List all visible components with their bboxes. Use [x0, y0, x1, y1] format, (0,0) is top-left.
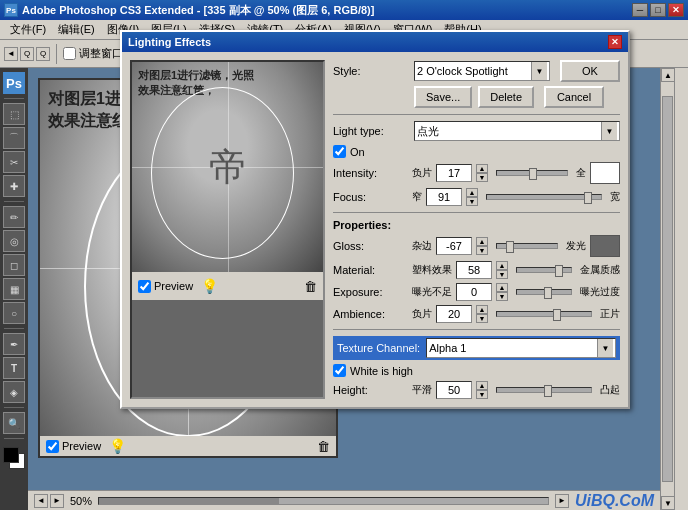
- height-thumb[interactable]: [544, 385, 552, 397]
- close-button[interactable]: ✕: [668, 3, 684, 17]
- ambience-spin-up[interactable]: ▲: [476, 305, 488, 314]
- trash-icon[interactable]: 🗑: [317, 439, 330, 454]
- scroll-right-btn[interactable]: ►: [50, 494, 64, 508]
- selection-tool[interactable]: ⬚: [3, 103, 25, 125]
- material-input[interactable]: [456, 261, 492, 279]
- ambience-input[interactable]: [436, 305, 472, 323]
- gloss-slider[interactable]: [496, 243, 558, 249]
- foreground-color-swatch[interactable]: [3, 447, 19, 463]
- gloss-spin-up[interactable]: ▲: [476, 237, 488, 246]
- material-slider[interactable]: [516, 267, 572, 273]
- text-tool[interactable]: T: [3, 357, 25, 379]
- lighting-effects-dialog[interactable]: Lighting Effects ✕ 对图层1进行滤镜，光照 效果注意红筐， 帝: [120, 30, 630, 409]
- height-slider[interactable]: [496, 387, 592, 393]
- on-row: On: [333, 145, 620, 158]
- preview-label-row[interactable]: Preview: [46, 440, 101, 453]
- gloss-thumb[interactable]: [506, 241, 514, 253]
- intensity-spinbox: ▲ ▼: [476, 164, 488, 182]
- material-spin-down[interactable]: ▼: [496, 270, 508, 279]
- scroll-track[interactable]: [98, 497, 549, 505]
- path-tool[interactable]: ◈: [3, 381, 25, 403]
- height-spin-up[interactable]: ▲: [476, 381, 488, 390]
- ok-button[interactable]: OK: [560, 60, 620, 82]
- ambience-slider[interactable]: [496, 311, 592, 317]
- on-checkbox[interactable]: [333, 145, 346, 158]
- divider-3: [333, 329, 620, 330]
- light-type-dropdown-arrow[interactable]: ▼: [601, 122, 617, 140]
- lasso-tool[interactable]: ⌒: [3, 127, 25, 149]
- preview-chinese-char: 帝: [209, 142, 247, 193]
- gloss-neg: 杂边: [412, 239, 432, 253]
- delete-button[interactable]: Delete: [478, 86, 534, 108]
- intensity-slider[interactable]: [496, 170, 568, 176]
- gradient-tool[interactable]: ▦: [3, 278, 25, 300]
- scroll-up-btn[interactable]: ▲: [661, 68, 675, 82]
- height-label: Height:: [333, 384, 408, 396]
- texture-channel-dropdown[interactable]: Alpha 1 ▼: [426, 338, 616, 358]
- height-spin-down[interactable]: ▼: [476, 390, 488, 399]
- exposure-slider[interactable]: [516, 289, 572, 295]
- pen-tool[interactable]: ✒: [3, 333, 25, 355]
- preview-image: 对图层1进行滤镜，光照 效果注意红筐， 帝: [132, 62, 323, 272]
- preview-checkbox[interactable]: [46, 440, 59, 453]
- dialog-trash-icon[interactable]: 🗑: [304, 279, 317, 294]
- ambience-thumb[interactable]: [553, 309, 561, 321]
- gloss-color-box[interactable]: [590, 235, 620, 257]
- gloss-input[interactable]: [436, 237, 472, 255]
- scroll-right-btn-2[interactable]: ►: [555, 494, 569, 508]
- focus-slider[interactable]: [486, 194, 602, 200]
- focus-spin-down[interactable]: ▼: [466, 197, 478, 206]
- exposure-thumb[interactable]: [544, 287, 552, 299]
- minimize-button[interactable]: ─: [632, 3, 648, 17]
- zoom-in-btn[interactable]: Q: [20, 47, 34, 61]
- white-is-high-checkbox[interactable]: [333, 364, 346, 377]
- save-button[interactable]: Save...: [414, 86, 472, 108]
- dialog-body: 对图层1进行滤镜，光照 效果注意红筐， 帝 Preview 💡 🗑: [122, 52, 628, 407]
- menu-edit[interactable]: 编辑(E): [52, 20, 101, 39]
- focus-spin-up[interactable]: ▲: [466, 188, 478, 197]
- material-spin-up[interactable]: ▲: [496, 261, 508, 270]
- menu-file[interactable]: 文件(F): [4, 20, 52, 39]
- style-dropdown-arrow[interactable]: ▼: [531, 62, 547, 80]
- intensity-thumb[interactable]: [529, 168, 537, 180]
- material-thumb[interactable]: [555, 265, 563, 277]
- scroll-down-btn[interactable]: ▼: [661, 496, 675, 510]
- dialog-close-button[interactable]: ✕: [608, 35, 622, 49]
- style-dropdown[interactable]: 2 O'clock Spotlight ▼: [414, 61, 550, 81]
- gloss-spinbox: ▲ ▼: [476, 237, 488, 255]
- scroll-left-btn[interactable]: ◄: [34, 494, 48, 508]
- maximize-button[interactable]: □: [650, 3, 666, 17]
- exposure-spin-up[interactable]: ▲: [496, 283, 508, 292]
- intensity-input[interactable]: [436, 164, 472, 182]
- height-input[interactable]: [436, 381, 472, 399]
- texture-channel-arrow[interactable]: ▼: [597, 339, 613, 357]
- intensity-label: Intensity:: [333, 167, 408, 179]
- ambience-spin-down[interactable]: ▼: [476, 314, 488, 323]
- color-swatches[interactable]: [3, 447, 25, 469]
- zoom-tool[interactable]: 🔍: [3, 412, 25, 434]
- hand-btn[interactable]: Q: [36, 47, 50, 61]
- light-type-dropdown[interactable]: 点光 ▼: [414, 121, 620, 141]
- scroll-thumb-v[interactable]: [662, 96, 673, 482]
- healing-tool[interactable]: ✚: [3, 175, 25, 197]
- crop-tool[interactable]: ✂: [3, 151, 25, 173]
- scroll-thumb[interactable]: [99, 498, 279, 504]
- exposure-input[interactable]: [456, 283, 492, 301]
- focus-input[interactable]: [426, 188, 462, 206]
- intensity-spin-up[interactable]: ▲: [476, 164, 488, 173]
- cancel-button[interactable]: Cancel: [544, 86, 604, 108]
- zoom-out-btn[interactable]: ◄: [4, 47, 18, 61]
- eraser-tool[interactable]: ◻: [3, 254, 25, 276]
- resize-window-checkbox[interactable]: [63, 47, 76, 60]
- dialog-preview-checkbox[interactable]: [138, 280, 151, 293]
- toolbox: Ps ⬚ ⌒ ✂ ✚ ✏ ◎ ◻ ▦ ○ ✒ T ◈ 🔍: [0, 68, 28, 510]
- exposure-spin-down[interactable]: ▼: [496, 292, 508, 301]
- dodge-tool[interactable]: ○: [3, 302, 25, 324]
- dialog-preview-label[interactable]: Preview: [138, 280, 193, 293]
- gloss-spin-down[interactable]: ▼: [476, 246, 488, 255]
- focus-thumb[interactable]: [584, 192, 592, 204]
- intensity-color-box[interactable]: [590, 162, 620, 184]
- intensity-spin-down[interactable]: ▼: [476, 173, 488, 182]
- brush-tool[interactable]: ✏: [3, 206, 25, 228]
- clone-tool[interactable]: ◎: [3, 230, 25, 252]
